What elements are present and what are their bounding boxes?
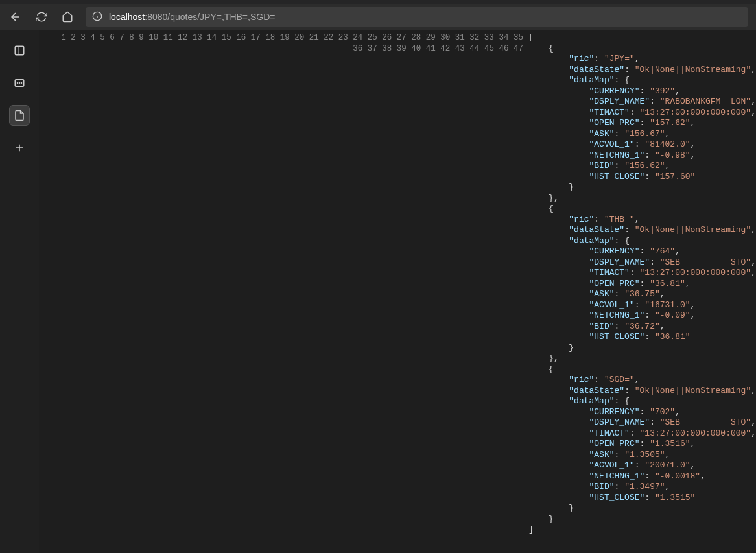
url-text: localhost:8080/quotes/JPY=,THB=,SGD= (109, 12, 275, 22)
url-host: localhost (109, 12, 145, 22)
sidebar-dots-icon[interactable] (9, 73, 30, 93)
refresh-button[interactable] (34, 9, 49, 25)
back-button[interactable] (8, 9, 23, 25)
devtools-sidebar (0, 30, 39, 553)
address-bar[interactable]: localhost:8080/quotes/JPY=,THB=,SGD= (86, 7, 748, 27)
sidebar-file-icon[interactable] (9, 105, 30, 126)
main-area: 1 2 3 4 5 6 7 8 9 10 11 12 13 14 15 16 1… (0, 30, 756, 553)
sidebar-add-button[interactable] (9, 137, 30, 158)
line-numbers: 1 2 3 4 5 6 7 8 9 10 11 12 13 14 15 16 1… (39, 30, 528, 553)
json-viewer: 1 2 3 4 5 6 7 8 9 10 11 12 13 14 15 16 1… (39, 30, 756, 553)
browser-nav-bar: localhost:8080/quotes/JPY=,THB=,SGD= (0, 4, 756, 30)
site-info-icon[interactable] (92, 11, 102, 23)
sidebar-panel-icon[interactable] (9, 40, 30, 61)
home-button[interactable] (60, 9, 75, 25)
svg-point-6 (17, 82, 18, 83)
svg-rect-3 (15, 46, 24, 55)
svg-point-7 (19, 82, 19, 83)
json-content: [ { "ric": "JPY=", "dataState": "Ok|None… (528, 30, 756, 553)
url-path: :8080/quotes/JPY=,THB=,SGD= (145, 12, 275, 22)
svg-point-8 (21, 82, 21, 83)
